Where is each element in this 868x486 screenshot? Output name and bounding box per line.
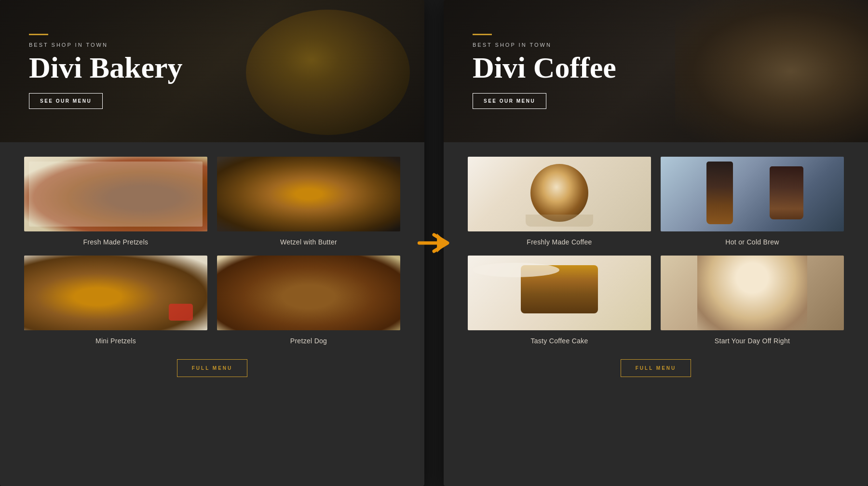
bakery-panel: BEST SHOP IN TOWN Divi Bakery SEE OUR ME… [0, 0, 424, 486]
bakery-product-label-2: Wetzel with Butter [280, 238, 337, 246]
coffee-product-label-3: Tasty Coffee Cake [530, 337, 588, 345]
coffee-product-image-1 [468, 157, 651, 231]
bakery-product-image-2 [217, 157, 400, 231]
bakery-menu-button[interactable]: SEE OUR MENU [29, 93, 103, 109]
bakery-hero-content: BEST SHOP IN TOWN Divi Bakery SEE OUR ME… [29, 34, 395, 109]
coffee-product-label-2: Hot or Cold Brew [725, 238, 779, 246]
coffee-bottom-section: FULL MENU [444, 350, 868, 392]
main-container: BEST SHOP IN TOWN Divi Bakery SEE OUR ME… [0, 0, 868, 486]
bakery-hero: BEST SHOP IN TOWN Divi Bakery SEE OUR ME… [0, 0, 424, 142]
coffee-products-grid: Freshly Made Coffee Hot or Cold Brew Tas… [444, 142, 868, 350]
coffee-product-image-2 [661, 157, 844, 231]
coffee-panel: BEST SHOP IN TOWN Divi Coffee SEE OUR ME… [444, 0, 868, 486]
coffee-accent-line [473, 34, 492, 35]
coffee-title: Divi Coffee [473, 53, 839, 82]
bakery-subtitle: BEST SHOP IN TOWN [29, 42, 395, 48]
bakery-products-grid: Fresh Made Pretzels Wetzel with Butter M… [0, 142, 424, 350]
bakery-full-menu-button[interactable]: FULL MENU [177, 359, 248, 377]
bakery-product-image-3 [24, 256, 207, 330]
bakery-product-label-4: Pretzel Dog [290, 337, 327, 345]
list-item: Pretzel Dog [217, 256, 400, 345]
list-item: Fresh Made Pretzels [24, 157, 207, 246]
coffee-menu-button[interactable]: SEE OUR MENU [473, 93, 546, 109]
coffee-full-menu-button[interactable]: FULL MENU [621, 359, 692, 377]
list-item: Mini Pretzels [24, 256, 207, 345]
list-item: Start Your Day Off Right [661, 256, 844, 345]
transition-arrow [417, 231, 451, 255]
coffee-subtitle: BEST SHOP IN TOWN [473, 42, 839, 48]
coffee-hero: BEST SHOP IN TOWN Divi Coffee SEE OUR ME… [444, 0, 868, 142]
bakery-product-label-1: Fresh Made Pretzels [83, 238, 149, 246]
coffee-hero-content: BEST SHOP IN TOWN Divi Coffee SEE OUR ME… [473, 34, 839, 109]
bakery-product-label-3: Mini Pretzels [95, 337, 136, 345]
coffee-product-label-4: Start Your Day Off Right [715, 337, 790, 345]
bakery-title: Divi Bakery [29, 53, 395, 82]
list-item: Tasty Coffee Cake [468, 256, 651, 345]
coffee-product-label-1: Freshly Made Coffee [527, 238, 592, 246]
list-item: Hot or Cold Brew [661, 157, 844, 246]
bakery-bottom-section: FULL MENU [0, 350, 424, 392]
coffee-product-image-4 [661, 256, 844, 330]
list-item: Wetzel with Butter [217, 157, 400, 246]
list-item: Freshly Made Coffee [468, 157, 651, 246]
coffee-product-image-3 [468, 256, 651, 330]
bakery-product-image-1 [24, 157, 207, 231]
bakery-accent-line [29, 34, 48, 35]
bakery-product-image-4 [217, 256, 400, 330]
arrow-right-icon [417, 231, 451, 255]
